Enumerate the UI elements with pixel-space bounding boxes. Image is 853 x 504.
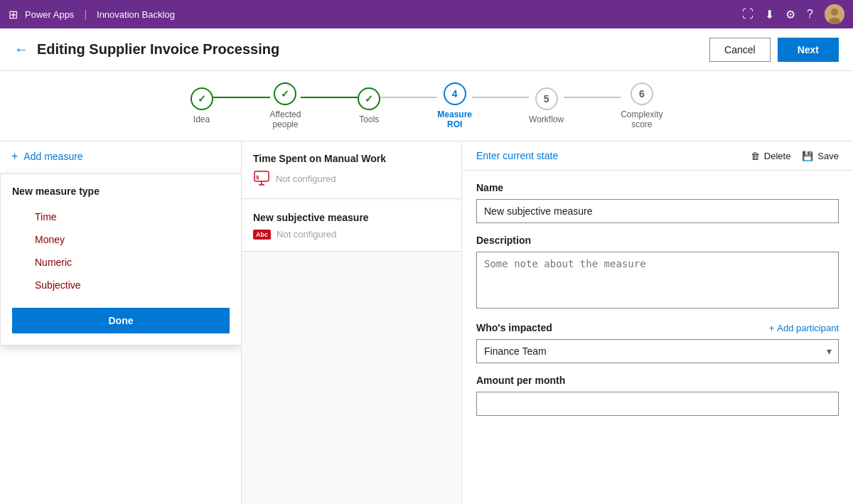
avatar[interactable]: [825, 4, 844, 24]
svg-text:$: $: [256, 174, 259, 181]
not-configured-label-0: Not configured: [276, 173, 336, 184]
measure-card-status-0: $ Not configured: [253, 170, 450, 187]
enter-state-label: Enter current state: [476, 150, 751, 161]
trash-icon: 🗑: [751, 151, 760, 161]
step-circle-affected: ✓: [274, 82, 296, 105]
step-label-tools: Tools: [359, 114, 379, 124]
connector-2: [301, 97, 358, 98]
topbar-right: ⛶ ⬇ ⚙ ?: [742, 4, 844, 24]
next-button[interactable]: Next: [778, 38, 839, 62]
step-workflow: 5 Workflow: [529, 87, 564, 124]
plus-participant-icon: +: [769, 323, 775, 333]
participant-select[interactable]: Finance Team: [476, 339, 839, 363]
page-title: Editing Supplier Invoice Processing: [37, 41, 709, 58]
step-circle-complexity: 6: [631, 82, 653, 105]
amount-label: Amount per month: [476, 375, 839, 386]
steps-bar: ✓ Idea ✓ Affectedpeople ✓ Tools 4 Measur…: [0, 71, 853, 141]
left-sidebar: + Add measure New measure type Time Mone…: [0, 141, 242, 504]
connector-1: [213, 97, 270, 98]
measure-card-status-1: Abc Not configured: [253, 229, 450, 240]
right-panel: Enter current state 🗑 Delete 💾 Save Name…: [462, 141, 853, 504]
step-label-complexity: Complexityscore: [621, 109, 662, 129]
dropdown-item-time[interactable]: Time: [12, 205, 230, 228]
description-label: Description: [476, 235, 839, 246]
measure-card-0: Time Spent on Manual Work $ Not configur…: [242, 141, 461, 199]
panel-actions: 🗑 Delete 💾 Save: [751, 151, 839, 161]
download-icon[interactable]: ⬇: [765, 8, 774, 21]
connector-5: [564, 97, 621, 98]
add-participant-button[interactable]: + Add participant: [769, 323, 839, 333]
help-icon[interactable]: ?: [807, 8, 813, 21]
app-name: Power Apps: [25, 9, 74, 20]
delete-button[interactable]: 🗑 Delete: [751, 151, 791, 161]
abc-icon: Abc: [253, 230, 271, 240]
step-tools: ✓ Tools: [358, 87, 380, 124]
participant-select-wrapper: Finance Team ▾: [476, 339, 839, 363]
step-idea: ✓ Idea: [191, 87, 213, 124]
name-label: Name: [476, 182, 839, 193]
step-circle-tools: ✓: [358, 87, 380, 110]
grid-icon: ⊞: [9, 8, 18, 21]
plus-icon: +: [11, 150, 18, 163]
step-circle-workflow: 5: [535, 87, 558, 110]
dropdown-item-subjective[interactable]: Subjective: [12, 274, 230, 296]
save-label: Save: [817, 151, 839, 161]
svg-point-1: [831, 9, 838, 16]
dropdown-item-numeric[interactable]: Numeric: [12, 251, 230, 274]
done-button[interactable]: Done: [12, 308, 230, 333]
project-name: Innovation Backlog: [97, 9, 175, 20]
measure-card-title-1: New subjective measure: [253, 212, 450, 223]
measure-card-title-0: Time Spent on Manual Work: [253, 153, 450, 164]
add-measure-button[interactable]: + Add measure: [0, 141, 241, 171]
save-icon: 💾: [802, 151, 813, 161]
measure-type-dropdown: New measure type Time Money Numeric Subj…: [0, 173, 242, 345]
header: ← Editing Supplier Invoice Processing Ca…: [0, 28, 853, 71]
settings-icon[interactable]: ⚙: [785, 8, 795, 21]
delete-label: Delete: [764, 151, 791, 161]
form-section: Name Description Who's impacted + Add pa…: [462, 171, 853, 439]
step-complexity: 6 Complexityscore: [621, 82, 662, 129]
header-actions: Cancel Next: [709, 38, 839, 62]
topbar: ⊞ Power Apps | Innovation Backlog ⛶ ⬇ ⚙ …: [0, 0, 853, 28]
step-affected-people: ✓ Affectedpeople: [270, 82, 301, 129]
measure-card-1: New subjective measure Abc Not configure…: [242, 200, 461, 252]
middle-panel: Time Spent on Manual Work $ Not configur…: [242, 141, 462, 504]
cancel-button[interactable]: Cancel: [709, 38, 771, 62]
expand-icon[interactable]: ⛶: [742, 8, 753, 21]
step-label-workflow: Workflow: [529, 114, 564, 124]
amount-input[interactable]: [476, 392, 839, 416]
whos-impacted-row: Who's impacted + Add participant: [476, 322, 839, 333]
not-configured-label-1: Not configured: [277, 229, 337, 240]
connector-4: [472, 97, 529, 98]
save-button[interactable]: 💾 Save: [802, 151, 839, 161]
connector-3: [380, 97, 437, 98]
name-input[interactable]: [476, 199, 839, 223]
back-button[interactable]: ←: [14, 41, 28, 58]
topbar-separator: |: [84, 9, 87, 20]
add-participant-label: Add participant: [777, 323, 839, 333]
whos-impacted-label: Who's impacted: [476, 322, 769, 333]
step-label-measure: MeasureROI: [437, 109, 472, 129]
description-textarea[interactable]: [476, 252, 839, 309]
main-content: + Add measure New measure type Time Mone…: [0, 141, 853, 504]
step-circle-measure: 4: [444, 82, 466, 105]
time-icon: $: [253, 170, 270, 187]
dropdown-title: New measure type: [12, 186, 230, 197]
add-measure-label: Add measure: [23, 151, 82, 162]
step-measure-roi: 4 MeasureROI: [437, 82, 472, 129]
right-panel-header: Enter current state 🗑 Delete 💾 Save: [462, 141, 853, 171]
dropdown-item-money[interactable]: Money: [12, 228, 230, 251]
step-label-idea: Idea: [193, 114, 210, 124]
step-label-affected: Affectedpeople: [270, 109, 301, 129]
step-circle-idea: ✓: [191, 87, 213, 110]
